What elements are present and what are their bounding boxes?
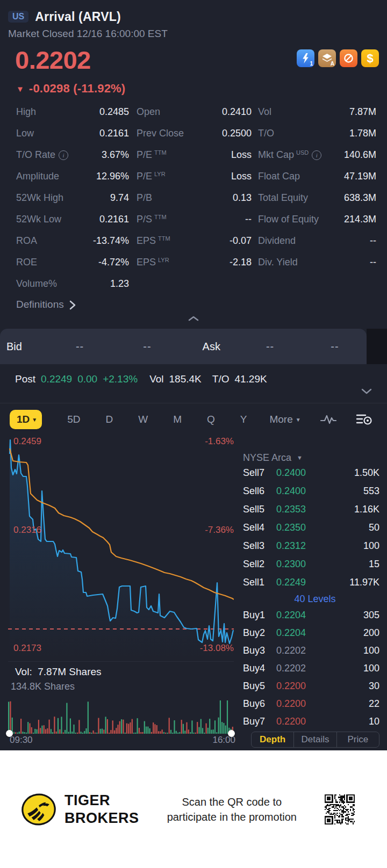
stat-eps: EPSLYR-2.18 [129,251,252,273]
tab-1d-label: 1D [17,414,30,425]
stat-vol: Vol7.87M [252,101,376,122]
book-tab-price[interactable]: Price [336,732,379,747]
range-handle-left[interactable] [6,730,13,737]
level1-quote-badge[interactable]: 1 [297,49,314,67]
book-row-sell6[interactable]: Sell60.2400553 [243,482,387,500]
info-icon[interactable]: i [312,150,321,160]
book-row-sell2[interactable]: Sell20.230015 [243,555,387,573]
definitions-link[interactable]: Definitions [16,296,387,313]
promo-footer: TIGER BROKERS Scan the QR code to partic… [0,750,387,868]
promo-text: Scan the QR code to participate in the p… [139,794,325,824]
book-row-sell7[interactable]: Sell70.24001.50K [243,464,387,482]
bid-ask-bar[interactable]: Bid -- -- Ask -- -- [0,329,387,364]
chart-mid-price-label: 0.2316 [13,525,41,536]
stat-p-e: P/ETTMLoss [129,144,252,165]
level-size: 30 [324,681,387,692]
level-price: 0.2204 [276,627,324,639]
stat-label: ROE [16,257,37,268]
stat-label: ROA [16,235,37,247]
level-price: 0.2400 [276,467,324,479]
stat-t-o: T/O1.78M [252,122,376,144]
book-row-sell4[interactable]: Sell40.235050 [243,518,387,537]
post-price: 0.2249 [41,373,72,385]
post-to-label: T/O [212,373,230,385]
tab-q[interactable]: Q [207,414,215,425]
stat-value: 47.19M [344,171,376,182]
stat-prev-close: Prev Close0.2500 [129,122,252,144]
stat-row: T/O Ratei3.67%P/ETTMLossMkt CapUSDi140.6… [0,144,387,165]
line-chart-style-icon[interactable] [320,414,336,425]
level-price: 0.2200 [276,681,324,692]
stat-low: Low0.2161 [0,122,129,144]
stat-label: Total Equity [258,192,308,204]
book-row-sell5[interactable]: Sell50.23531.16K [243,500,387,518]
level-size: 100 [324,663,387,674]
tiered-data-badge[interactable]: A [318,49,336,67]
book-row-buy6[interactable]: Buy60.220022 [243,695,387,713]
level-name: Buy7 [243,716,276,727]
book-tabs: DepthDetailsPrice [251,732,379,748]
level-size: 200 [324,627,387,639]
book-tab-details[interactable]: Details [293,732,336,747]
tab-1d-active[interactable]: 1D ▼ [10,410,42,429]
level-name: Sell3 [243,540,276,552]
venue-selector[interactable]: NYSE Arca ▼ [243,452,387,464]
stat-label: EPSLYR [137,257,169,268]
stat-row: 52Wk Low0.2161P/STTM--Flow of Equity214.… [0,208,387,230]
level-price: 0.2353 [276,504,324,515]
chart-period-toolbar: 1D ▼ 5D D W M Q Y More ▼ [0,403,387,436]
level-name: Sell7 [243,467,276,479]
book-row-sell3[interactable]: Sell30.2312100 [243,537,387,555]
caret-down-icon: ▼ [296,417,301,423]
usd-currency-badge[interactable]: $ [361,49,379,67]
post-vol-label: Vol [149,373,163,385]
stat-label: Dividend [258,235,296,247]
short-restricted-badge[interactable] [340,49,357,67]
page-title: Arrival (ARVL) [35,10,121,24]
chevron-down-icon[interactable] [361,388,372,395]
book-row-buy1[interactable]: Buy10.2204305 [243,606,387,624]
stat-t-o-rate: T/O Ratei3.67% [0,144,129,165]
stat-label: Open [137,106,160,118]
stat-value: -- [370,257,376,268]
chart-column: 0.2459 -1.63% 0.2316 -7.36% 0.2173 -13.0… [0,436,236,748]
tiger-brokers-logo [20,791,57,828]
book-row-buy5[interactable]: Buy50.220030 [243,677,387,695]
book-row-buy4[interactable]: Buy40.2202100 [243,660,387,677]
book-row-buy7[interactable]: Buy70.220010 [243,713,387,730]
stat-high: High0.2485 [0,101,129,122]
range-handle-right[interactable] [228,730,235,737]
tab-d[interactable]: D [106,414,113,425]
info-icon[interactable]: i [59,150,68,160]
price-chart[interactable]: 0.2459 -1.63% 0.2316 -7.36% 0.2173 -13.0… [8,436,234,658]
stat-value: -13.74% [93,235,129,247]
book-tab-depth[interactable]: Depth [252,732,293,747]
book-row-buy3[interactable]: Buy30.2202100 [243,642,387,660]
tab-5d[interactable]: 5D [67,414,80,425]
book-row-sell1[interactable]: Sell10.224911.97K [243,573,387,591]
tab-m[interactable]: M [173,414,182,425]
tab-y[interactable]: Y [240,414,247,425]
brand-line2: BROKERS [64,809,139,827]
brand-block: TIGER BROKERS [20,791,139,828]
volume-pane[interactable] [8,696,234,734]
bid-size: -- [143,341,151,353]
stat-value: 0.2485 [99,106,129,118]
levels-link[interactable]: 40 Levels [243,591,387,606]
book-row-buy2[interactable]: Buy20.2204200 [243,624,387,642]
ask-size: -- [331,341,339,353]
stat-roa: ROA-13.74% [0,230,129,251]
stat-value: -4.72% [98,257,129,268]
stat-value: Loss [231,171,252,182]
post-market-row[interactable]: Post 0.2249 0.00 +2.13% Vol 185.4K T/O 4… [0,364,387,394]
level-size: 305 [324,610,387,621]
collapse-stats-button[interactable] [0,313,387,324]
promo-line1: Scan the QR code to [139,794,325,809]
change-text: -0.0298 (-11.92%) [29,82,126,96]
header: US Arrival (ARVL) Market Closed 12/16 16… [0,0,387,40]
chevron-up-icon [188,316,199,321]
chart-settings-icon[interactable] [356,413,373,426]
level-size: 100 [324,540,387,552]
tab-more[interactable]: More ▼ [269,414,300,425]
tab-w[interactable]: W [138,414,148,425]
